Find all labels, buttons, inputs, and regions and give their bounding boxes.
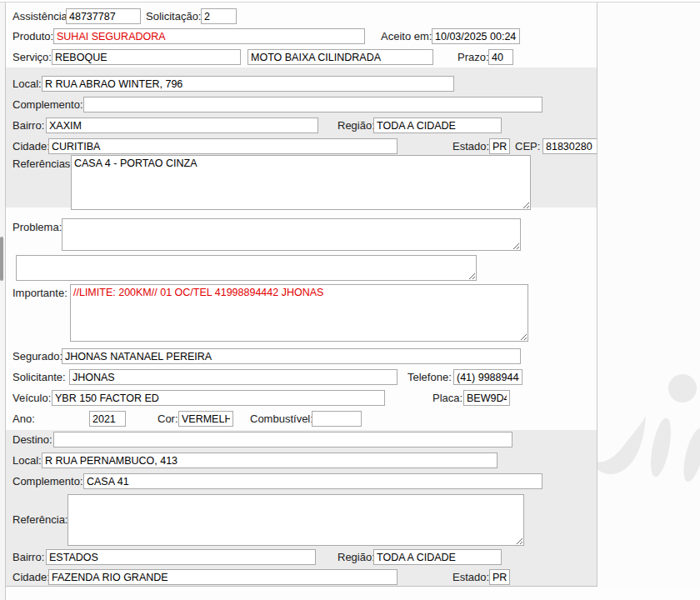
combustivel-input[interactable]	[312, 411, 362, 427]
destino-label: Destino:	[12, 432, 52, 448]
placa-label: Placa:	[432, 390, 462, 406]
watermark-logo	[598, 2, 700, 586]
problema-textarea[interactable]	[62, 218, 521, 251]
section-bottom-divider	[6, 586, 598, 587]
solicitante-label: Solicitante:	[12, 369, 66, 385]
complemento-origem-input[interactable]	[83, 97, 542, 112]
cidade-origem-input[interactable]	[48, 138, 398, 154]
cidade-destino-input[interactable]	[48, 569, 398, 585]
complemento-destino-input[interactable]	[83, 473, 542, 489]
solicitacao-input[interactable]	[201, 8, 237, 24]
produto-label: Produto:	[12, 28, 53, 44]
aceito-em-label: Aceito em:	[381, 28, 432, 44]
prazo-label: Prazo:	[458, 49, 489, 65]
aceito-em-input[interactable]	[432, 28, 520, 44]
veiculo-input[interactable]	[52, 390, 385, 406]
importante-label: Importante:	[12, 286, 68, 302]
assistencia-label: Assistência:	[12, 8, 70, 24]
prazo-input[interactable]	[488, 49, 513, 65]
servico-label: Serviço:	[12, 49, 52, 65]
produto-input[interactable]	[53, 28, 365, 44]
form-panel: Assistência: Solicitação: Produto: Aceit…	[6, 2, 597, 600]
left-scrollbar[interactable]	[0, 2, 6, 600]
local-origem-label: Local:	[12, 76, 42, 92]
background-panel	[598, 2, 700, 586]
scrollbar-thumb[interactable]	[0, 237, 3, 281]
telefone-label: Telefone:	[408, 369, 452, 385]
problema-label: Problema:	[12, 220, 62, 236]
referencias-origem-textarea[interactable]: CASA 4 - PORTAO CINZA	[71, 155, 531, 210]
regiao-destino-label: Região:	[338, 549, 375, 565]
solicitante-input[interactable]	[69, 369, 398, 385]
placa-input[interactable]	[463, 390, 510, 406]
regiao-destino-input[interactable]	[373, 549, 502, 565]
solicitacao-label: Solicitação:	[146, 8, 201, 24]
regiao-origem-label: Região:	[338, 118, 375, 133]
veiculo-label: Veículo:	[12, 390, 51, 406]
cor-input[interactable]	[178, 411, 233, 427]
segurado-label: Segurado:	[12, 348, 62, 364]
complemento-origem-label: Complemento:	[12, 97, 83, 112]
importante-textarea[interactable]: //LIMITE: 200KM// 01 OC/TEL 41998894442 …	[70, 284, 528, 342]
local-destino-label: Local:	[12, 452, 42, 468]
cor-label: Cor:	[158, 411, 178, 427]
segurado-input[interactable]	[62, 348, 521, 364]
telefone-input[interactable]	[453, 369, 522, 385]
local-destino-input[interactable]	[42, 452, 498, 468]
regiao-origem-input[interactable]	[373, 118, 502, 133]
bairro-origem-input[interactable]	[46, 118, 318, 133]
estado-destino-label: Estado:	[452, 569, 489, 585]
assistencia-input[interactable]	[66, 8, 141, 24]
bairro-destino-input[interactable]	[46, 549, 316, 565]
cidade-origem-label: Cidade:	[12, 138, 50, 154]
cep-origem-label: CEP:	[515, 138, 540, 154]
cep-origem-input[interactable]	[542, 138, 599, 154]
bairro-origem-label: Bairro:	[12, 118, 44, 133]
local-origem-input[interactable]	[42, 76, 454, 92]
referencia-destino-label: Referência:	[12, 512, 68, 528]
ano-input[interactable]	[89, 411, 126, 427]
referencia-destino-textarea[interactable]	[68, 494, 524, 546]
estado-destino-input[interactable]	[489, 569, 510, 585]
complemento-destino-label: Complemento:	[12, 473, 83, 489]
bairro-destino-label: Bairro:	[12, 549, 44, 565]
destino-input[interactable]	[53, 432, 512, 448]
estado-origem-label: Estado:	[452, 138, 489, 154]
estado-origem-input[interactable]	[489, 138, 510, 154]
servico-tipo-input[interactable]	[248, 49, 433, 65]
ano-label: Ano:	[12, 411, 35, 427]
assistance-order-form: Assistência: Solicitação: Produto: Aceit…	[0, 0, 700, 600]
cidade-destino-label: Cidade:	[12, 569, 50, 585]
servico-input[interactable]	[52, 49, 241, 65]
referencias-origem-label: Referências:	[12, 157, 73, 172]
observacao-textarea[interactable]	[16, 255, 477, 281]
combustivel-label: Combustível:	[250, 411, 313, 427]
